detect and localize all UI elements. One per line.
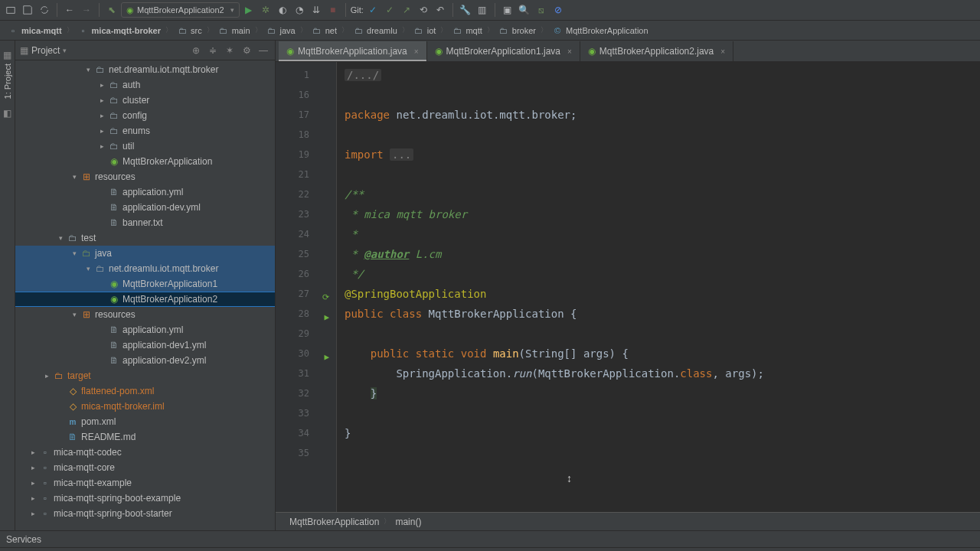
select-opened-icon[interactable]: ⊕ bbox=[189, 44, 203, 57]
chart-icon[interactable]: ⧅ bbox=[534, 2, 549, 18]
tree-node[interactable]: ▸🗀target bbox=[15, 368, 275, 383]
tree-node[interactable]: ◉MqttBrokerApplication bbox=[15, 154, 275, 169]
tree-node[interactable]: ◉MqttBrokerApplication1 bbox=[15, 276, 275, 292]
sidebar-settings-icon[interactable]: ⚙ bbox=[240, 44, 253, 57]
code-line[interactable] bbox=[345, 85, 980, 105]
code-line[interactable]: package net.dreamlu.iot.mqtt.broker; bbox=[345, 105, 980, 125]
project-tool-icon[interactable]: ▦ bbox=[3, 50, 11, 60]
tree-node[interactable]: ▾🗀java bbox=[15, 246, 275, 261]
tree-node[interactable]: ▾⊞resources bbox=[15, 307, 275, 322]
close-icon[interactable]: × bbox=[567, 47, 572, 56]
tree-node[interactable]: ▸▫mica-mqtt-codec bbox=[15, 445, 275, 460]
git-update-icon[interactable]: ✓ bbox=[365, 2, 381, 18]
bookmark-icon[interactable]: ◧ bbox=[3, 108, 11, 119]
collapse-all-icon[interactable]: ✶ bbox=[223, 44, 237, 57]
editor-tab[interactable]: ◉MqttBrokerApplication1.java× bbox=[427, 41, 580, 61]
breadcrumb-item[interactable]: ▫mica-mqtt-broker bbox=[75, 24, 164, 37]
close-icon[interactable]: × bbox=[720, 47, 725, 56]
code-line[interactable]: * mica mqtt broker bbox=[345, 204, 980, 224]
code-line[interactable] bbox=[345, 324, 980, 344]
tree-node[interactable]: ▸🗀util bbox=[15, 139, 275, 154]
terminal-icon[interactable]: ▣ bbox=[500, 2, 515, 18]
tree-node[interactable]: ▸▫mica-mqtt-spring-boot-example bbox=[15, 491, 275, 506]
tree-node[interactable]: ▸🗀enums bbox=[15, 123, 275, 139]
tree-node[interactable]: mpom.xml bbox=[15, 414, 275, 429]
code-line[interactable]: * @author L.cm bbox=[345, 244, 980, 264]
editor-tab[interactable]: ◉MqttBrokerApplication.java× bbox=[279, 41, 427, 61]
editor-tab[interactable]: ◉MqttBrokerApplication2.java× bbox=[580, 41, 733, 61]
code-area[interactable]: /.../package net.dreamlu.iot.mqtt.broker… bbox=[337, 62, 980, 512]
gutter-run-icon[interactable]: ⟳ bbox=[322, 288, 329, 308]
close-icon[interactable]: × bbox=[414, 47, 419, 56]
debug-icon[interactable]: ✲ bbox=[258, 2, 273, 18]
gutter-run-icon[interactable]: ▶ bbox=[324, 347, 329, 367]
code-line[interactable]: } bbox=[345, 383, 980, 403]
code-line[interactable]: public static void main(String[] args) { bbox=[345, 344, 980, 364]
sync-icon[interactable] bbox=[37, 2, 52, 18]
open-icon[interactable] bbox=[3, 2, 18, 18]
tree-node[interactable]: 🗎banner.txt bbox=[15, 215, 275, 230]
back-icon[interactable]: ← bbox=[62, 2, 77, 18]
tree-node[interactable]: ▾🗀net.dreamlu.iot.mqtt.broker bbox=[15, 62, 275, 77]
build-icon[interactable]: ⬉ bbox=[104, 2, 119, 18]
search-icon[interactable]: 🔍 bbox=[517, 2, 532, 18]
code-line[interactable]: @SpringBootApplication bbox=[345, 284, 980, 304]
stop2-icon[interactable]: ⊘ bbox=[550, 2, 566, 18]
coverage-icon[interactable]: ◐ bbox=[275, 2, 290, 18]
expand-all-icon[interactable]: ≑ bbox=[206, 44, 220, 57]
save-icon[interactable] bbox=[20, 2, 35, 18]
tree-node[interactable]: ▾🗀net.dreamlu.iot.mqtt.broker bbox=[15, 261, 275, 276]
structure-icon[interactable]: ▥ bbox=[475, 2, 490, 18]
code-line[interactable]: * bbox=[345, 224, 980, 244]
tree-node[interactable]: ▾⊞resources bbox=[15, 169, 275, 184]
breadcrumb-item[interactable]: 🗀broker bbox=[495, 24, 539, 37]
git-revert-icon[interactable]: ↶ bbox=[433, 2, 448, 18]
editor-crumb-item[interactable]: main() bbox=[395, 517, 421, 527]
tree-node[interactable]: ▸🗀config bbox=[15, 108, 275, 123]
attach-icon[interactable]: ⇊ bbox=[309, 2, 324, 18]
git-history-icon[interactable]: ⟲ bbox=[416, 2, 431, 18]
run-icon[interactable]: ▶ bbox=[241, 2, 256, 18]
breadcrumb-item[interactable]: 🗀java bbox=[263, 24, 299, 37]
tree-node[interactable]: ▸🗀auth bbox=[15, 77, 275, 93]
stop-icon[interactable]: ■ bbox=[325, 2, 341, 18]
code-line[interactable] bbox=[345, 165, 980, 184]
tree-node[interactable]: ◉MqttBrokerApplication2 bbox=[15, 292, 275, 307]
breadcrumb-item[interactable]: 🗀src bbox=[174, 24, 205, 37]
code-line[interactable]: import ... bbox=[345, 145, 980, 165]
run-config-select[interactable]: ◉ MqttBrokerApplication2 bbox=[121, 2, 240, 18]
tree-node[interactable]: 🗎README.md bbox=[15, 429, 275, 445]
tree-node[interactable]: 🗎application.yml bbox=[15, 322, 275, 337]
tree-node[interactable]: ▸▫mica-mqtt-core bbox=[15, 460, 275, 475]
project-tool-label[interactable]: 1: Project bbox=[3, 64, 12, 99]
hide-sidebar-icon[interactable]: — bbox=[256, 44, 270, 57]
gutter-run-icon[interactable]: ▶ bbox=[324, 308, 329, 328]
settings-icon[interactable]: 🔧 bbox=[458, 2, 473, 18]
tree-node[interactable]: 🗎application-dev2.yml bbox=[15, 353, 275, 368]
code-line[interactable]: /.../ bbox=[345, 65, 980, 85]
tree-node[interactable]: 🗎application-dev1.yml bbox=[15, 337, 275, 353]
git-commit-icon[interactable]: ✓ bbox=[382, 2, 397, 18]
forward-icon[interactable]: → bbox=[79, 2, 94, 18]
code-line[interactable]: public class MqttBrokerApplication { bbox=[345, 304, 980, 324]
code-line[interactable] bbox=[345, 403, 980, 423]
breadcrumb-item[interactable]: 🗀iot bbox=[410, 24, 439, 37]
git-push-icon[interactable]: ↗ bbox=[399, 2, 414, 18]
tree-node[interactable]: ▾🗀test bbox=[15, 230, 275, 246]
services-bar[interactable]: Services bbox=[0, 530, 980, 547]
tree-node[interactable]: 🗎application.yml bbox=[15, 184, 275, 200]
editor-crumb-item[interactable]: MqttBrokerApplication bbox=[289, 517, 379, 527]
breadcrumb-item[interactable]: 🗀main bbox=[215, 24, 253, 37]
code-line[interactable] bbox=[345, 443, 980, 463]
code-line[interactable]: SpringApplication.run(MqttBrokerApplicat… bbox=[345, 364, 980, 383]
breadcrumb-item[interactable]: 🗀mqtt bbox=[449, 24, 485, 37]
breadcrumb-item[interactable]: 🗀dreamlu bbox=[350, 24, 400, 37]
tree-node[interactable]: 🗎application-dev.yml bbox=[15, 200, 275, 215]
code-line[interactable]: } bbox=[345, 423, 980, 443]
tree-node[interactable]: ▸▫mica-mqtt-spring-boot-starter bbox=[15, 506, 275, 521]
breadcrumb-item[interactable]: ▫mica-mqtt bbox=[5, 24, 65, 37]
tree-node[interactable]: ◇flattened-pom.xml bbox=[15, 383, 275, 399]
breadcrumb-item[interactable]: 🗀net bbox=[309, 24, 340, 37]
code-line[interactable]: /** bbox=[345, 184, 980, 204]
tree-node[interactable]: ▸🗀cluster bbox=[15, 93, 275, 108]
